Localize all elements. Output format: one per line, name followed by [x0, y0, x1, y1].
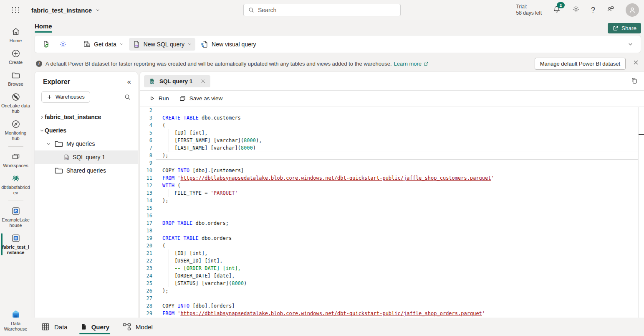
close-icon[interactable] [200, 79, 206, 84]
code-text: ); [152, 152, 638, 159]
tree-item-sql-query-1[interactable]: SQLSQL query 1 [35, 150, 138, 164]
monitoring-icon [11, 119, 21, 129]
rail-item-create[interactable]: Create [0, 46, 31, 68]
code-line-23: 23 -- [ORDER_DATE] [int], [140, 265, 638, 272]
query-tab-sql-query-1[interactable]: SQL SQL query 1 [144, 75, 210, 87]
plus-circle-icon [11, 48, 21, 59]
tree-item-my-queries[interactable]: My queries [35, 137, 138, 150]
help-button[interactable]: ? [591, 6, 595, 15]
rail-item-home[interactable]: Home [0, 24, 31, 46]
tree-item-label: Shared queries [66, 167, 106, 174]
search-input[interactable]: Search [243, 4, 401, 16]
new-sql-query-label: New SQL query [144, 41, 184, 48]
gear-blue-icon [59, 40, 67, 48]
copy-icon[interactable] [630, 77, 638, 85]
folder-icon [54, 139, 64, 149]
document-refresh-icon [42, 40, 51, 48]
share-button[interactable]: Share [608, 23, 641, 33]
rail-item-workspace-dbtlabsfabricdev[interactable]: dbtlabsfabricdev [0, 171, 31, 198]
browse-folder-icon [11, 70, 21, 80]
line-number: 21 [140, 249, 152, 257]
plus-icon [47, 94, 52, 100]
query-command-bar: Run Save as view [140, 90, 644, 107]
ribbon-collapse-chevron-icon[interactable] [628, 41, 633, 47]
feedback-button[interactable] [606, 5, 615, 15]
explorer-tree: fabric_test_instanceQueriesMy queriesSQL… [35, 110, 138, 177]
svg-text:SQL: SQL [65, 158, 69, 160]
external-link-icon [423, 61, 429, 66]
line-number: 20 [140, 242, 152, 249]
tree-item-shared-queries[interactable]: Shared queries [35, 164, 138, 177]
get-data-button[interactable]: Get data [79, 38, 127, 51]
manage-default-dataset-button[interactable]: Manage default Power BI dataset [535, 58, 626, 70]
workspace-name-menu[interactable]: fabric_test_instance [31, 7, 100, 14]
run-label: Run [159, 95, 169, 102]
view-tab-query[interactable]: Query [80, 318, 109, 336]
code-text [152, 227, 638, 234]
collapse-panel-icon[interactable]: « [127, 78, 131, 86]
run-button[interactable]: Run [145, 93, 173, 104]
rail-item-label: fabric_test_instance [1, 244, 30, 255]
code-text: CREATE TABLE dbo.orders [152, 234, 638, 242]
query-tab-label: SQL query 1 [159, 78, 192, 84]
chevron-down-icon[interactable] [45, 142, 51, 146]
scrollbar-position-marker[interactable] [639, 134, 644, 135]
code-line-18: 18 [140, 227, 638, 234]
view-tab-data[interactable]: Data [40, 318, 68, 336]
code-line-16: 16 [140, 212, 638, 219]
explorer-panel: Explorer « Warehouses fabric_test_instan… [35, 72, 138, 318]
ribbon-divider [75, 40, 75, 49]
tree-item-fabric-test-instance[interactable]: fabric_test_instance [35, 110, 138, 124]
new-sql-query-button[interactable]: SQL New SQL query [129, 38, 195, 51]
learn-more-link[interactable]: Learn more [394, 61, 429, 67]
code-text: FROM 'https://dbtlabsynapsedatalake.blob… [152, 310, 638, 317]
new-visual-query-button[interactable]: New visual query [197, 38, 260, 51]
tree-item-label: Queries [45, 127, 66, 134]
rail-item-monitoring-hub[interactable]: Monitoring hub [0, 117, 31, 144]
rail-item-fabric-test-instance[interactable]: fabric_test_instance [0, 231, 31, 258]
settings-ribbon-button[interactable] [56, 38, 71, 51]
explorer-search-icon[interactable] [124, 94, 131, 101]
tab-home[interactable]: Home [35, 21, 52, 31]
add-warehouses-button[interactable]: Warehouses [41, 91, 90, 103]
refresh-report-button[interactable] [39, 38, 54, 51]
tree-item-queries[interactable]: Queries [35, 124, 138, 137]
chevron-right-icon[interactable] [39, 115, 45, 120]
line-number: 26 [140, 287, 152, 295]
app-launcher-waffle-icon[interactable] [0, 0, 31, 20]
code-line-14: 14); [140, 197, 638, 204]
chevron-down-icon [187, 42, 192, 46]
line-number: 2 [140, 107, 152, 114]
rail-item-onelake-data-hub[interactable]: OneLake data hub [0, 89, 31, 117]
view-tab-model[interactable]: Model [122, 318, 153, 336]
rail-item-workspaces[interactable]: Workspaces [0, 149, 31, 171]
save-as-view-button[interactable]: Save as view [175, 92, 227, 104]
banner-close-icon[interactable] [633, 59, 639, 66]
rail-item-browse[interactable]: Browse [0, 68, 31, 89]
code-line-15: 15 [140, 204, 638, 212]
code-text: -- [ORDER_DATE] [int], [152, 265, 638, 272]
code-text: [ORDER_DATE] [date], [152, 272, 638, 280]
notifications-button[interactable]: 2 [553, 5, 561, 15]
rail-item-examplelakehouse[interactable]: ExampleLakehouse [0, 204, 31, 231]
data-warehouse-icon [10, 309, 21, 320]
code-line-2: 2 [140, 107, 638, 114]
rail-item-data-warehouse[interactable]: Data Warehouse [0, 306, 31, 334]
page-tab-row: Home Share [31, 20, 644, 35]
view-tab-label: Model [136, 323, 153, 331]
code-text: ); [152, 197, 638, 204]
line-number: 27 [140, 295, 152, 302]
chevron-down-icon[interactable] [39, 128, 45, 133]
code-text: DROP TABLE dbo.orders; [152, 219, 638, 227]
code-line-29: 29FROM 'https://dbtlabsynapsedatalake.bl… [140, 310, 638, 317]
workspaces-icon [11, 152, 21, 162]
share-icon [612, 25, 619, 31]
settings-button[interactable] [572, 5, 580, 15]
line-number: 24 [140, 272, 152, 280]
tree-item-label: SQL query 1 [73, 154, 105, 160]
code-line-17: 17DROP TABLE dbo.orders; [140, 219, 638, 227]
line-number: 3 [140, 114, 152, 122]
account-avatar[interactable] [626, 3, 639, 17]
sql-code-editor[interactable]: 23CREATE TABLE dbo.customers4(5 [ID] [in… [140, 107, 639, 318]
line-number: 28 [140, 302, 152, 310]
